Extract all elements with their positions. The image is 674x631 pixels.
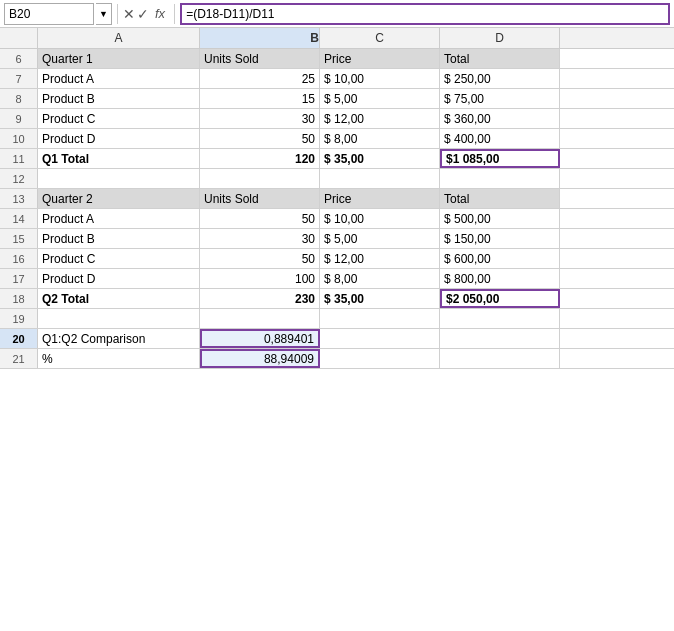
cell-a16[interactable]: Product C — [38, 249, 200, 268]
cell-a6[interactable]: Quarter 1 — [38, 49, 200, 68]
table-row: 7Product A25$ 10,00$ 250,00 — [0, 69, 674, 89]
table-row: 15Product B30$ 5,00$ 150,00 — [0, 229, 674, 249]
cell-c14[interactable]: $ 10,00 — [320, 209, 440, 228]
cell-b19[interactable] — [200, 309, 320, 328]
cell-a21[interactable]: % — [38, 349, 200, 368]
cell-d14[interactable]: $ 500,00 — [440, 209, 560, 228]
cell-a12[interactable] — [38, 169, 200, 188]
cell-d20[interactable] — [440, 329, 560, 348]
cell-a9[interactable]: Product C — [38, 109, 200, 128]
cell-b6[interactable]: Units Sold — [200, 49, 320, 68]
cell-c13[interactable]: Price — [320, 189, 440, 208]
row-number: 6 — [0, 49, 38, 68]
cell-c20[interactable] — [320, 329, 440, 348]
cell-b17[interactable]: 100 — [200, 269, 320, 288]
cell-a15[interactable]: Product B — [38, 229, 200, 248]
cell-b21[interactable]: 88,94009 — [200, 349, 320, 368]
cell-a17[interactable]: Product D — [38, 269, 200, 288]
row-number: 18 — [0, 289, 38, 308]
cell-c16[interactable]: $ 12,00 — [320, 249, 440, 268]
cell-a19[interactable] — [38, 309, 200, 328]
cell-a8[interactable]: Product B — [38, 89, 200, 108]
cell-d18[interactable]: $2 050,00 — [440, 289, 560, 308]
cell-d13[interactable]: Total — [440, 189, 560, 208]
formula-cancel-icon[interactable]: ✕ — [123, 6, 135, 22]
cell-b8[interactable]: 15 — [200, 89, 320, 108]
cell-a14[interactable]: Product A — [38, 209, 200, 228]
cell-c7[interactable]: $ 10,00 — [320, 69, 440, 88]
cell-c11[interactable]: $ 35,00 — [320, 149, 440, 168]
row-number: 10 — [0, 129, 38, 148]
row-number: 21 — [0, 349, 38, 368]
table-row: 18Q2 Total230$ 35,00$2 050,00 — [0, 289, 674, 309]
row-number: 12 — [0, 169, 38, 188]
cell-b12[interactable] — [200, 169, 320, 188]
row-number: 16 — [0, 249, 38, 268]
cell-b16[interactable]: 50 — [200, 249, 320, 268]
cell-b14[interactable]: 50 — [200, 209, 320, 228]
table-row: 12 — [0, 169, 674, 189]
cell-c21[interactable] — [320, 349, 440, 368]
spreadsheet: A B C D 6Quarter 1Units SoldPriceTotal7P… — [0, 28, 674, 369]
cell-a11[interactable]: Q1 Total — [38, 149, 200, 168]
cell-b7[interactable]: 25 — [200, 69, 320, 88]
cell-c6[interactable]: Price — [320, 49, 440, 68]
table-row: 9Product C30$ 12,00$ 360,00 — [0, 109, 674, 129]
cell-d8[interactable]: $ 75,00 — [440, 89, 560, 108]
cell-c17[interactable]: $ 8,00 — [320, 269, 440, 288]
cell-d12[interactable] — [440, 169, 560, 188]
row-number: 8 — [0, 89, 38, 108]
row-number: 14 — [0, 209, 38, 228]
formula-divider2 — [174, 4, 175, 24]
cell-d6[interactable]: Total — [440, 49, 560, 68]
col-header-b: B — [200, 28, 320, 48]
cell-d17[interactable]: $ 800,00 — [440, 269, 560, 288]
cell-a10[interactable]: Product D — [38, 129, 200, 148]
cell-b10[interactable]: 50 — [200, 129, 320, 148]
formula-input[interactable]: =(D18-D11)/D11 — [180, 3, 670, 25]
table-row: 13Quarter 2Units SoldPriceTotal — [0, 189, 674, 209]
cell-b15[interactable]: 30 — [200, 229, 320, 248]
cell-d7[interactable]: $ 250,00 — [440, 69, 560, 88]
cell-d16[interactable]: $ 600,00 — [440, 249, 560, 268]
cell-d11[interactable]: $1 085,00 — [440, 149, 560, 168]
cell-a18[interactable]: Q2 Total — [38, 289, 200, 308]
cell-c19[interactable] — [320, 309, 440, 328]
cell-c8[interactable]: $ 5,00 — [320, 89, 440, 108]
row-number: 11 — [0, 149, 38, 168]
formula-divider — [117, 4, 118, 24]
row-number: 20 — [0, 329, 38, 348]
cell-a7[interactable]: Product A — [38, 69, 200, 88]
cell-c10[interactable]: $ 8,00 — [320, 129, 440, 148]
row-number: 17 — [0, 269, 38, 288]
cell-a13[interactable]: Quarter 2 — [38, 189, 200, 208]
cell-c12[interactable] — [320, 169, 440, 188]
table-row: 6Quarter 1Units SoldPriceTotal — [0, 49, 674, 69]
col-header-d: D — [440, 28, 560, 48]
name-box-dropdown[interactable]: ▼ — [96, 3, 112, 25]
cell-b13[interactable]: Units Sold — [200, 189, 320, 208]
table-row: 8Product B15$ 5,00$ 75,00 — [0, 89, 674, 109]
name-box[interactable]: B20 — [4, 3, 94, 25]
cell-b20[interactable]: 0,889401 — [200, 329, 320, 348]
formula-confirm-icon[interactable]: ✓ — [137, 6, 149, 22]
table-row: 10Product D50$ 8,00$ 400,00 — [0, 129, 674, 149]
table-row: 20Q1:Q2 Comparison0,889401 — [0, 329, 674, 349]
cell-d9[interactable]: $ 360,00 — [440, 109, 560, 128]
column-header-row: A B C D — [0, 28, 674, 49]
cell-b18[interactable]: 230 — [200, 289, 320, 308]
cell-b9[interactable]: 30 — [200, 109, 320, 128]
cell-d10[interactable]: $ 400,00 — [440, 129, 560, 148]
cell-b11[interactable]: 120 — [200, 149, 320, 168]
cell-a20[interactable]: Q1:Q2 Comparison — [38, 329, 200, 348]
cell-c9[interactable]: $ 12,00 — [320, 109, 440, 128]
cell-d21[interactable] — [440, 349, 560, 368]
row-number: 13 — [0, 189, 38, 208]
cell-c18[interactable]: $ 35,00 — [320, 289, 440, 308]
table-row: 19 — [0, 309, 674, 329]
col-header-a: A — [38, 28, 200, 48]
cell-d19[interactable] — [440, 309, 560, 328]
cell-d15[interactable]: $ 150,00 — [440, 229, 560, 248]
row-number: 9 — [0, 109, 38, 128]
cell-c15[interactable]: $ 5,00 — [320, 229, 440, 248]
